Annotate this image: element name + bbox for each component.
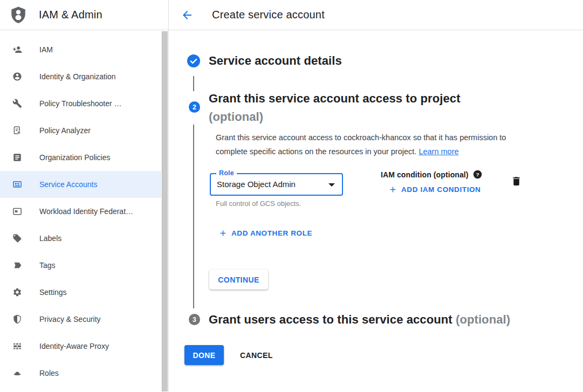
step2-title-text: Grant this service account access to pro… <box>209 92 461 105</box>
article-icon <box>12 153 22 162</box>
step2-optional-label: (optional) <box>209 110 263 123</box>
sidebar-item-label: Identity-Aware Proxy <box>39 342 109 350</box>
role-helper-text: Full control of GCS objects. <box>216 200 301 208</box>
sidebar-item-labels[interactable]: Labels <box>0 225 161 252</box>
sidebar-item-label: Privacy & Security <box>39 315 101 324</box>
step3-optional-label: (optional) <box>456 313 510 326</box>
main-content: Service account details 2 Grant this ser… <box>169 31 583 392</box>
sidebar-item-label: Identity & Organization <box>39 72 116 81</box>
sidebar-item-label: Tags <box>39 261 56 270</box>
sidebar-item-label: Workload Identity Federat… <box>39 207 133 216</box>
delete-role-button[interactable] <box>510 175 523 188</box>
wrench-icon <box>12 99 22 108</box>
sidebar-item-label: Policy Troubleshooter … <box>39 99 122 108</box>
account-circle-icon <box>12 72 22 81</box>
app-header: IAM & Admin <box>0 0 169 30</box>
app-title: IAM & Admin <box>39 9 102 21</box>
sidebar-item-label: IAM <box>39 45 53 54</box>
step1-title[interactable]: Service account details <box>209 54 342 67</box>
sidebar-item-label: Roles <box>39 369 59 377</box>
sidebar-item-workload-identity-federation[interactable]: Workload Identity Federat… <box>0 198 161 225</box>
page-title: Create service account <box>212 9 325 21</box>
sidebar-item-label: Service Accounts <box>39 180 97 189</box>
help-glyph: ? <box>476 171 479 177</box>
add-iam-condition-button[interactable]: ADD IAM CONDITION <box>388 185 481 194</box>
sidebar-item-label: Settings <box>39 288 67 297</box>
learn-more-link[interactable]: Learn more <box>419 147 458 156</box>
step2-description: Grant this service account access to coc… <box>216 131 536 159</box>
add-iam-condition-label: ADD IAM CONDITION <box>401 185 481 194</box>
person-add-icon <box>12 45 22 54</box>
check-circle-icon <box>187 54 200 67</box>
cancel-button[interactable]: CANCEL <box>231 345 282 365</box>
iam-condition-header: IAM condition (optional) ? <box>381 170 482 179</box>
sidebar-item-identity-organization[interactable]: Identity & Organization <box>0 63 161 90</box>
add-another-role-button[interactable]: ADD ANOTHER ROLE <box>218 229 312 238</box>
id-card-icon <box>12 207 22 216</box>
done-button[interactable]: DONE <box>184 345 224 365</box>
step1-complete-badge <box>187 54 200 67</box>
stepper-connector <box>193 76 194 91</box>
sidebar-item-policy-analyzer[interactable]: Policy Analyzer <box>0 117 161 144</box>
back-button[interactable] <box>181 9 194 22</box>
step2-badge: 2 <box>189 101 200 113</box>
step3-title-text: Grant users access to this service accou… <box>209 313 452 326</box>
role-select-value: Storage Object Admin <box>211 174 342 195</box>
add-another-role-label: ADD ANOTHER ROLE <box>231 229 312 237</box>
gear-icon <box>12 287 22 297</box>
label-icon <box>12 233 22 243</box>
trash-icon <box>511 175 522 187</box>
sidebar-item-iam[interactable]: IAM <box>0 36 161 63</box>
sidebar-item-identity-aware-proxy[interactable]: Identity-Aware Proxy <box>0 333 161 360</box>
tag-icon <box>12 260 22 270</box>
sidebar-item-settings[interactable]: Settings <box>0 279 161 306</box>
sidebar-item-label: Policy Analyzer <box>39 126 91 135</box>
hat-icon <box>12 368 22 378</box>
sidebar-item-service-accounts[interactable]: Service Accounts <box>0 171 161 198</box>
step2-description-text: Grant this service account access to coc… <box>216 133 506 156</box>
sidebar-item-label: Labels <box>39 234 61 243</box>
plus-icon <box>218 229 228 238</box>
role-select[interactable]: Role Storage Object Admin <box>210 173 343 196</box>
sidebar: IAM Identity & Organization Policy Troub… <box>0 31 161 387</box>
step3-title[interactable]: Grant users access to this service accou… <box>209 313 510 326</box>
sidebar-divider <box>168 0 169 392</box>
plus-icon <box>388 185 397 194</box>
sidebar-item-roles[interactable]: Roles <box>0 360 161 387</box>
continue-button[interactable]: CONTINUE <box>209 270 268 290</box>
create-service-account-page: IAM & Admin Create service account IAM I… <box>0 0 583 392</box>
top-bar: IAM & Admin Create service account <box>0 0 583 30</box>
back-arrow-icon <box>181 9 194 22</box>
sidebar-item-organization-policies[interactable]: Organization Policies <box>0 144 161 171</box>
iam-shield-logo-icon <box>9 5 28 25</box>
stepper-connector <box>193 125 194 308</box>
sidebar-item-tags[interactable]: Tags <box>0 252 161 279</box>
step2-title: Grant this service account access to pro… <box>209 90 461 126</box>
policy-analyzer-icon <box>12 126 22 135</box>
sidebar-item-privacy-security[interactable]: Privacy & Security <box>0 306 161 333</box>
help-icon: ? <box>473 170 482 179</box>
dropdown-arrow-icon <box>328 183 335 187</box>
iam-condition-label: IAM condition (optional) <box>381 170 469 179</box>
step3-badge: 3 <box>189 314 200 325</box>
proxy-icon <box>12 341 22 351</box>
sidebar-scrollbar-thumb[interactable] <box>162 31 168 391</box>
sidebar-scrollbar-track <box>161 31 168 392</box>
shield-half-icon <box>12 314 22 324</box>
sidebar-item-policy-troubleshooter[interactable]: Policy Troubleshooter … <box>0 90 161 117</box>
role-select-label: Role <box>216 169 237 177</box>
service-account-icon <box>12 180 22 189</box>
sidebar-item-label: Organization Policies <box>39 153 111 162</box>
iam-condition-help-button[interactable]: ? <box>473 170 482 179</box>
page-header: Create service account <box>169 0 583 30</box>
